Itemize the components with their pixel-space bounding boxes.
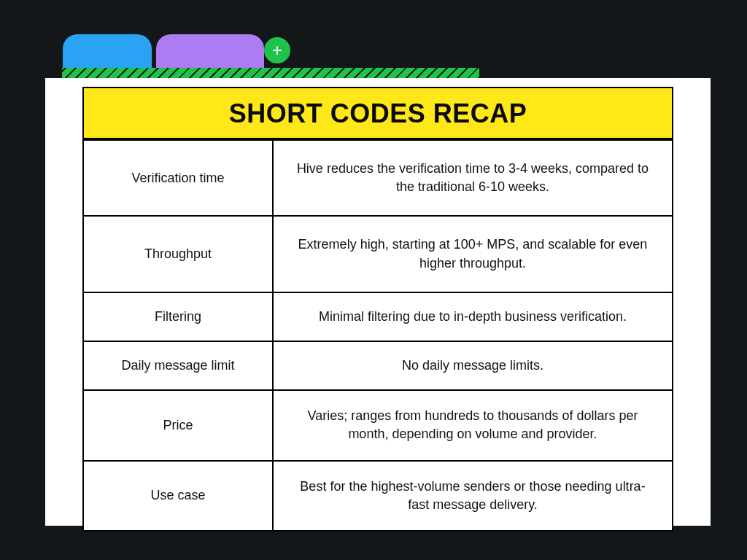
- row-label: Use case: [84, 462, 274, 530]
- row-value: Best for the highest-volume senders or t…: [274, 462, 672, 530]
- table-row: Filtering Minimal filtering due to in-de…: [84, 292, 672, 341]
- plus-icon: +: [272, 42, 282, 59]
- row-value: Hive reduces the verification time to 3-…: [274, 141, 672, 215]
- decorative-hatch-strip: [62, 68, 479, 78]
- table-row: Daily message limit No daily message lim…: [84, 341, 672, 389]
- row-label: Price: [84, 391, 274, 459]
- tab-row: +: [63, 33, 290, 68]
- row-value: No daily message limits.: [274, 342, 672, 389]
- table-title: SHORT CODES RECAP: [91, 98, 665, 129]
- row-value: Minimal filtering due to in-depth busine…: [274, 293, 672, 341]
- row-value: Varies; ranges from hundreds to thousand…: [274, 391, 672, 459]
- table-row: Use case Best for the highest-volume sen…: [84, 460, 672, 530]
- row-label: Throughput: [84, 217, 274, 291]
- tab-item-purple[interactable]: [156, 34, 264, 68]
- table-row: Price Varies; ranges from hundreds to th…: [84, 389, 672, 459]
- add-tab-button[interactable]: +: [264, 37, 290, 63]
- tab-item-blue[interactable]: [63, 34, 152, 68]
- row-label: Filtering: [84, 293, 274, 341]
- table-row: Verification time Hive reduces the verif…: [84, 139, 672, 215]
- row-label: Daily message limit: [84, 342, 274, 389]
- row-label: Verification time: [84, 141, 274, 215]
- document-page: SHORT CODES RECAP Verification time Hive…: [45, 78, 711, 526]
- table-row: Throughput Extremely high, starting at 1…: [84, 215, 672, 291]
- row-value: Extremely high, starting at 100+ MPS, an…: [274, 217, 672, 291]
- recap-table: SHORT CODES RECAP Verification time Hive…: [82, 87, 673, 532]
- table-header: SHORT CODES RECAP: [84, 88, 672, 139]
